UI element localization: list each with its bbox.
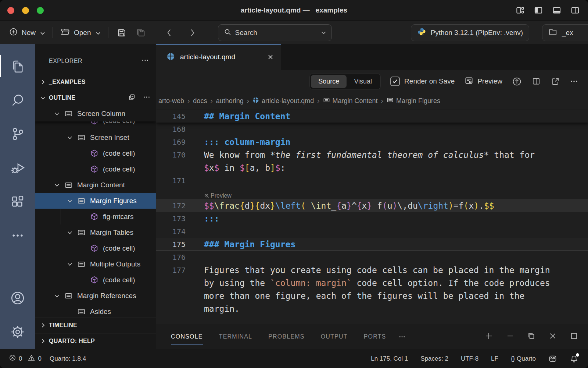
customize-layout-icon[interactable] bbox=[515, 6, 525, 15]
minimize-panel-icon[interactable] bbox=[506, 332, 514, 342]
code-line[interactable]: 173::: bbox=[156, 212, 588, 225]
more-actions-icon[interactable] bbox=[141, 56, 149, 66]
outline-item[interactable]: (code cell) bbox=[35, 145, 156, 161]
panel-tab-terminal[interactable]: TERMINAL bbox=[219, 331, 252, 342]
outline-item[interactable]: Asides bbox=[35, 304, 156, 318]
new-button[interactable]: New bbox=[5, 27, 49, 38]
new-console-plus-icon[interactable] bbox=[484, 332, 493, 342]
code-editor[interactable]: 145## Margin Content168169::: column-mar… bbox=[156, 109, 588, 324]
code-line[interactable]: 176 bbox=[156, 251, 588, 263]
code-line[interactable]: more than one figure, each of the figure… bbox=[156, 289, 588, 302]
panel-tab-output[interactable]: OUTPUT bbox=[321, 331, 348, 342]
language-mode-status[interactable]: {} Quarto bbox=[511, 355, 536, 362]
code-line[interactable]: margin. bbox=[156, 302, 588, 315]
close-icon[interactable] bbox=[267, 54, 274, 60]
chevron-down-icon[interactable] bbox=[64, 230, 75, 236]
outline-item[interactable]: (code cell) bbox=[35, 121, 156, 130]
quarto-version-status[interactable]: Quarto: 1.8.4 bbox=[50, 355, 86, 362]
more-panel-tabs-icon[interactable] bbox=[398, 333, 406, 340]
save-button[interactable] bbox=[112, 28, 131, 38]
chevron-down-icon[interactable] bbox=[64, 135, 75, 141]
close-panel-icon[interactable] bbox=[548, 332, 557, 342]
visual-mode-button[interactable]: Visual bbox=[347, 75, 379, 88]
split-editor-icon[interactable] bbox=[531, 77, 541, 86]
section-timeline[interactable]: TIMELINE bbox=[35, 318, 156, 333]
outline-item[interactable]: Screen Column bbox=[35, 106, 156, 121]
interpreter-selector[interactable]: Python 3.12.1 (PipEnv: .venv) bbox=[411, 24, 529, 41]
breadcrumb-item[interactable]: Margin Content bbox=[323, 96, 378, 105]
outline-item[interactable]: Margin References bbox=[35, 288, 156, 304]
outline-item[interactable]: Screen Inset bbox=[35, 130, 156, 145]
feedback-smiley-icon[interactable] bbox=[548, 354, 557, 363]
encoding-status[interactable]: UTF-8 bbox=[461, 355, 478, 362]
publish-icon[interactable] bbox=[512, 77, 522, 86]
settings-gear-icon[interactable] bbox=[0, 315, 35, 349]
project-button[interactable]: _ex bbox=[542, 24, 588, 41]
problems-status[interactable]: 0 0 bbox=[9, 354, 42, 364]
more-actions-icon[interactable] bbox=[143, 93, 151, 103]
panel-tab-problems[interactable]: PROBLEMS bbox=[268, 331, 305, 342]
open-button[interactable]: Open bbox=[57, 27, 104, 39]
outline-item[interactable]: fig-mtcars bbox=[35, 209, 156, 224]
source-mode-button[interactable]: Source bbox=[311, 75, 347, 88]
render-on-save-toggle[interactable]: Render on Save bbox=[390, 77, 455, 86]
section-outline[interactable]: OUTLINE bbox=[35, 90, 156, 106]
outline-item[interactable]: (code cell) bbox=[35, 272, 156, 288]
more-actions-icon[interactable] bbox=[570, 77, 578, 86]
toggle-right-sidebar-icon[interactable] bbox=[570, 6, 580, 15]
breadcrumb-item[interactable]: authoring bbox=[216, 97, 244, 105]
preview-button[interactable]: Preview bbox=[464, 76, 502, 87]
search-view-icon[interactable] bbox=[0, 83, 35, 117]
code-line[interactable]: $x$ in $[a, b]$: bbox=[156, 161, 588, 174]
collapse-all-icon[interactable] bbox=[128, 93, 136, 103]
section-quarto-help[interactable]: QUARTO: HELP bbox=[35, 333, 156, 349]
code-line[interactable]: by using the `column: margin` code cell … bbox=[156, 276, 588, 289]
cursor-position-status[interactable]: Ln 175, Col 1 bbox=[371, 355, 408, 362]
toggle-bottom-panel-icon[interactable] bbox=[552, 6, 562, 15]
code-line[interactable]: 175### Margin Figures bbox=[156, 238, 588, 251]
notifications-bell-icon[interactable] bbox=[570, 354, 578, 363]
checkbox-checked-icon[interactable] bbox=[390, 77, 400, 86]
breadcrumb-item[interactable]: arto-web bbox=[158, 97, 184, 105]
outline-item[interactable]: (code cell) bbox=[35, 161, 156, 177]
outline-item[interactable]: Margin Figures bbox=[35, 193, 156, 209]
indentation-status[interactable]: Spaces: 2 bbox=[420, 355, 448, 362]
forward-button[interactable] bbox=[184, 28, 201, 38]
breadcrumb-item[interactable]: Margin Figures bbox=[387, 96, 440, 105]
tab-article-layout[interactable]: article-layout.qmd bbox=[156, 44, 281, 70]
code-line[interactable]: 174 bbox=[156, 225, 588, 238]
chevron-down-icon[interactable] bbox=[64, 261, 75, 267]
save-all-button[interactable] bbox=[131, 28, 150, 38]
breadcrumb-item[interactable]: docs bbox=[193, 97, 207, 105]
chevron-down-icon[interactable] bbox=[51, 293, 62, 299]
account-icon[interactable] bbox=[0, 281, 35, 315]
toggle-left-sidebar-icon[interactable] bbox=[534, 6, 543, 15]
explorer-icon[interactable] bbox=[0, 49, 35, 83]
code-line[interactable]: 177Figures that you create using code ce… bbox=[156, 263, 588, 276]
more-views-icon[interactable] bbox=[0, 219, 35, 252]
restore-panel-icon[interactable] bbox=[527, 332, 536, 342]
breadcrumb-item[interactable]: article-layout.qmd bbox=[252, 97, 314, 105]
outline-item[interactable]: Margin Tables bbox=[35, 224, 156, 240]
code-lens[interactable]: Preview bbox=[156, 187, 588, 199]
code-line[interactable]: 169::: column-margin bbox=[156, 135, 588, 148]
code-line[interactable]: 172$$\frac{d}{dx}\left( \int_{a}^{x} f(u… bbox=[156, 199, 588, 212]
run-debug-icon[interactable] bbox=[0, 151, 35, 185]
code-line[interactable]: 170We know from *the first fundamental t… bbox=[156, 148, 588, 161]
eol-status[interactable]: LF bbox=[491, 355, 498, 362]
code-line[interactable]: 168 bbox=[156, 123, 588, 135]
source-control-icon[interactable] bbox=[0, 117, 35, 151]
chevron-down-icon[interactable] bbox=[321, 29, 326, 36]
extensions-icon[interactable] bbox=[0, 185, 35, 219]
outline-item[interactable]: (code cell) bbox=[35, 240, 156, 256]
outline-item[interactable]: Margin Content bbox=[35, 177, 156, 193]
back-button[interactable] bbox=[161, 28, 178, 38]
code-line[interactable]: 171 bbox=[156, 174, 588, 187]
panel-tab-console[interactable]: CONSOLE bbox=[171, 331, 203, 342]
chevron-down-icon[interactable] bbox=[64, 198, 75, 204]
sticky-code-line[interactable]: 145## Margin Content bbox=[156, 110, 588, 123]
chevron-down-icon[interactable] bbox=[51, 182, 62, 188]
chevron-down-icon[interactable] bbox=[51, 111, 62, 117]
open-external-icon[interactable] bbox=[551, 77, 560, 86]
outline-item[interactable]: Multiple Outputs bbox=[35, 256, 156, 272]
